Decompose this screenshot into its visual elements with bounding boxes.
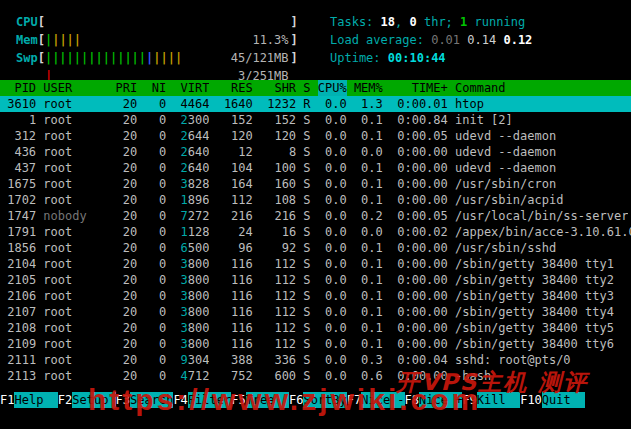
cell-cpu: 0.0 [318, 160, 347, 176]
fkey-f5[interactable]: F5Tree [231, 393, 289, 407]
cell-virt: 3800 [173, 320, 209, 336]
column-header-pri[interactable]: PRI [116, 80, 138, 96]
swp-meter-label: Swp [16, 51, 38, 65]
fkey-f10[interactable]: F10Quit [520, 393, 585, 407]
process-row[interactable]: 2109root2003800116112S0.00.10:00.00/sbin… [0, 336, 631, 352]
process-row[interactable]: 2106root2003800116112S0.00.10:00.00/sbin… [0, 288, 631, 304]
process-row[interactable]: 1791root20011282416S0.00.00:00.02/appex/… [0, 224, 631, 240]
process-row[interactable]: 1702root2001896112108S0.00.10:00.00/usr/… [0, 192, 631, 208]
cell-shr: 112 [260, 320, 296, 336]
cell-cmd: sshd: root@pts/0 [455, 352, 571, 368]
cell-virt: 3800 [173, 288, 209, 304]
cell-pri: 20 [116, 304, 138, 320]
cell-mem: 0.1 [354, 272, 383, 288]
cell-pri: 20 [116, 96, 138, 112]
process-row[interactable]: 2104root2003800116112S0.00.10:00.00/sbin… [0, 256, 631, 272]
fkey-f9[interactable]: F9Kill [462, 393, 520, 407]
fkey-label: Tree [246, 392, 289, 408]
process-row[interactable]: 2113root2004712752600S0.00.60:00.00-bash [0, 368, 631, 384]
cell-cpu: 0.0 [318, 96, 347, 112]
cell-cpu: 0.0 [318, 304, 347, 320]
cell-user: root [43, 192, 108, 208]
column-header-pid[interactable]: PID [0, 80, 36, 96]
fkey-f1[interactable]: F1Help [0, 393, 58, 407]
cell-pid: 3610 [0, 96, 36, 112]
cell-mem: 0.2 [354, 208, 383, 224]
process-row[interactable]: 1747nobody2007272216216S0.00.20:00.05/us… [0, 208, 631, 224]
cell-pid: 2109 [0, 336, 36, 352]
cell-cpu: 0.0 [318, 128, 347, 144]
cell-cmd: /usr/sbin/acpid [455, 192, 563, 208]
process-row[interactable]: 312root2002644120120S0.00.10:00.05udevd … [0, 128, 631, 144]
cell-cpu: 0.0 [318, 240, 347, 256]
column-header-s[interactable]: S [303, 80, 310, 96]
column-header-virt[interactable]: VIRT [173, 80, 209, 96]
column-header-time[interactable]: TIME+ [390, 80, 448, 96]
cell-time: 0:00.00 [390, 368, 448, 384]
cell-cpu: 0.0 [318, 112, 347, 128]
fkey-f8[interactable]: F8Nice + [405, 393, 463, 407]
cell-pri: 20 [116, 256, 138, 272]
cell-user: root [43, 288, 108, 304]
cell-cmd: /usr/sbin/cron [455, 176, 556, 192]
cell-cpu: 0.0 [318, 224, 347, 240]
cell-mem: 0.1 [354, 336, 383, 352]
process-row[interactable]: 1root2002300152152S0.00.10:00.84init [2] [0, 112, 631, 128]
cell-mem: 0.0 [354, 144, 383, 160]
process-row[interactable]: 2108root2003800116112S0.00.10:00.00/sbin… [0, 320, 631, 336]
cell-virt: 3800 [173, 256, 209, 272]
cell-res: 116 [217, 288, 253, 304]
column-header-shr[interactable]: SHR [260, 80, 296, 96]
cell-res: 112 [217, 192, 253, 208]
cell-pid: 1702 [0, 192, 36, 208]
cell-user: root [43, 256, 108, 272]
cell-s: S [303, 144, 310, 160]
cell-time: 0:00.00 [390, 144, 448, 160]
fkey-number: F7 [347, 393, 361, 407]
cell-virt: 3800 [173, 336, 209, 352]
column-header-ni[interactable]: NI [144, 80, 166, 96]
fkey-f7[interactable]: F7Nice - [347, 393, 405, 407]
cell-ni: 0 [144, 352, 166, 368]
cell-virt: 1896 [173, 192, 209, 208]
cell-pid: 2107 [0, 304, 36, 320]
process-row[interactable]: 3610root200446416401232R0.01.30:00.01hto… [0, 96, 631, 112]
process-row[interactable]: 436root2002640128S0.00.00:00.00udevd --d… [0, 144, 631, 160]
process-row[interactable]: 2105root2003800116112S0.00.10:00.00/sbin… [0, 272, 631, 288]
cell-user: root [43, 144, 108, 160]
cell-s: S [303, 176, 310, 192]
cell-virt: 2640 [173, 160, 209, 176]
cell-cmd: /sbin/getty 38400 tty3 [455, 288, 614, 304]
cell-ni: 0 [144, 240, 166, 256]
process-row[interactable]: 437root2002640104100S0.00.10:00.00udevd … [0, 160, 631, 176]
cell-s: S [303, 304, 310, 320]
cell-cmd: udevd --daemon [455, 128, 556, 144]
cell-res: 116 [217, 336, 253, 352]
process-row[interactable]: 2107root2003800116112S0.00.10:00.00/sbin… [0, 304, 631, 320]
cell-user: root [43, 112, 108, 128]
fkey-f3[interactable]: F3Search [116, 393, 174, 407]
column-header-cpu[interactable]: CPU% [318, 80, 347, 96]
process-row[interactable]: 1856root20065009692S0.00.10:00.00/usr/sb… [0, 240, 631, 256]
cell-s: R [303, 96, 310, 112]
fkey-f4[interactable]: F4Filter [173, 393, 231, 407]
cell-ni: 0 [144, 272, 166, 288]
column-header-res[interactable]: RES [217, 80, 253, 96]
cell-ni: 0 [144, 112, 166, 128]
fkey-f6[interactable]: F6SortBy [289, 393, 347, 407]
process-row[interactable]: 2111root2009304388336S0.00.30:00.04sshd:… [0, 352, 631, 368]
fkey-f2[interactable]: F2Setup [58, 393, 116, 407]
cell-time: 0:00.00 [390, 288, 448, 304]
process-row[interactable]: 1675root2003828164160S0.00.10:00.00/usr/… [0, 176, 631, 192]
cell-pri: 20 [116, 128, 138, 144]
cell-res: 164 [217, 176, 253, 192]
function-key-bar: F1HelpF2SetupF3SearchF4FilterF5TreeF6Sor… [0, 392, 585, 408]
column-header-user[interactable]: USER [43, 80, 108, 96]
fkey-label: Help [14, 392, 57, 408]
cell-cmd: /sbin/getty 38400 tty2 [455, 272, 614, 288]
column-header-mem[interactable]: MEM% [354, 80, 383, 96]
cell-pri: 20 [116, 352, 138, 368]
cell-pri: 20 [116, 176, 138, 192]
cell-s: S [303, 128, 310, 144]
column-header-cmd[interactable]: Command [455, 80, 506, 96]
